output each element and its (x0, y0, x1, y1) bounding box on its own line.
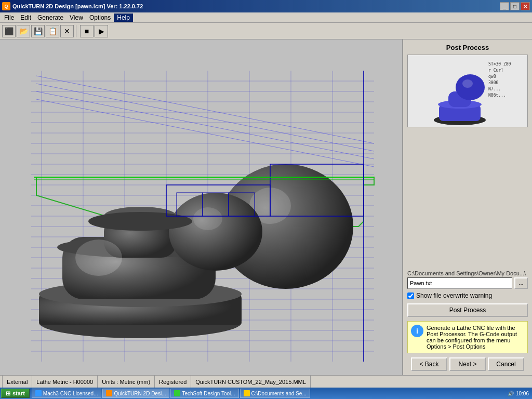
menubar: File Edit Generate View Options Help (0, 12, 532, 23)
window-title: QuickTURN 2D Design [pawn.lcm] Ver: 1.22… (12, 3, 143, 9)
main-area: Post Process ST×30 Z80 r Cur] qw8 3000 N… (0, 39, 532, 375)
checkbox-label: Show file overwrite warning (416, 292, 492, 299)
panel-spacer (407, 131, 528, 270)
titlebar: Q QuickTURN 2D Design [pawn.lcm] Ver: 1.… (0, 0, 532, 12)
overwrite-checkbox[interactable] (407, 292, 414, 299)
svg-text:N86t...: N86t... (488, 93, 506, 98)
post-process-title: Post Process (407, 44, 528, 51)
status-lathe: Lathe Metric - H00000 (32, 376, 98, 388)
toolbar-stop[interactable]: ■ (80, 25, 94, 37)
nav-buttons: < Back Next > Cancel (407, 357, 528, 371)
menu-options[interactable]: Options (86, 14, 114, 22)
docs-label: C:\Documents and Se... (251, 391, 307, 396)
info-text: Generate a Lathe CNC file with the Post … (427, 325, 524, 350)
quickturn-icon (106, 390, 112, 396)
menu-edit[interactable]: Edit (17, 14, 34, 22)
toolbar-delete[interactable]: ✕ (60, 25, 74, 37)
status-units: Units : Metric (mm) (98, 376, 155, 388)
start-label: start (12, 390, 25, 396)
svg-point-67 (456, 74, 485, 100)
tray-volume: 🔊 (508, 391, 514, 396)
taskbar-mach3[interactable]: Mach3 CNC Licensed... (32, 389, 102, 398)
app-icon: Q (2, 2, 10, 10)
svg-text:r Cur]: r Cur] (488, 68, 503, 73)
svg-point-46 (169, 193, 262, 271)
close-button[interactable]: ✕ (521, 2, 530, 10)
techsoft-icon (174, 390, 180, 396)
svg-text:ST×30 Z80: ST×30 Z80 (488, 62, 511, 66)
menu-file[interactable]: File (1, 14, 17, 22)
browse-button[interactable]: ... (514, 277, 528, 289)
toolbar-copy[interactable]: 📋 (46, 25, 59, 37)
checkbox-row: Show file overwrite warning (407, 292, 528, 299)
status-registered: Registered (155, 376, 191, 388)
preview-svg: ST×30 Z80 r Cur] qw8 3000 N7... N86t... (408, 55, 527, 127)
menu-generate[interactable]: Generate (34, 14, 66, 22)
info-icon: i (411, 325, 423, 337)
menu-view[interactable]: View (66, 14, 86, 22)
back-button[interactable]: < Back (411, 357, 447, 371)
taskbar-quickturn[interactable]: QuickTURN 2D Desi... (102, 389, 169, 398)
taskbar-right: 🔊 10:06 (508, 391, 531, 396)
clock: 10:06 (516, 391, 529, 396)
svg-text:N7...: N7... (488, 87, 501, 91)
svg-point-47 (193, 207, 222, 230)
mach3-label: Mach3 CNC Licensed... (43, 391, 98, 396)
taskbar-docs[interactable]: C:\Documents and Se... (240, 389, 310, 398)
svg-point-49 (75, 240, 122, 276)
statusbar: External Lathe Metric - H00000 Units : M… (0, 375, 532, 388)
taskbar: ⊞ start Mach3 CNC Licensed... QuickTURN … (0, 388, 532, 399)
canvas-content (0, 39, 402, 375)
filename-row: ... (407, 277, 528, 289)
info-box: i Generate a Lathe CNC file with the Pos… (407, 321, 528, 353)
toolbar-play[interactable]: ▶ (95, 25, 108, 37)
start-button[interactable]: ⊞ start (1, 389, 30, 398)
svg-text:qw8: qw8 (488, 74, 496, 79)
canvas-area[interactable] (0, 39, 402, 375)
cancel-button[interactable]: Cancel (488, 357, 524, 371)
toolbar-open[interactable]: 📂 (17, 25, 30, 37)
toolbar-new[interactable]: ⬛ (2, 25, 16, 37)
techsoft-label: TechSoft Design Tool... (182, 391, 235, 396)
design-canvas (0, 39, 402, 375)
filename-input[interactable] (407, 277, 512, 289)
next-button[interactable]: Next > (449, 357, 486, 371)
toolbar: ⬛ 📂 💾 📋 ✕ ■ ▶ (0, 23, 532, 39)
svg-point-68 (462, 79, 473, 88)
mach3-icon (35, 390, 42, 396)
windows-icon: ⊞ (6, 390, 10, 397)
minimize-button[interactable]: _ (500, 2, 509, 10)
toolbar-separator (76, 25, 78, 37)
svg-text:3000: 3000 (488, 81, 498, 85)
post-process-button[interactable]: Post Process (407, 303, 528, 317)
preview-box: ST×30 Z80 r Cur] qw8 3000 N7... N86t... (407, 55, 528, 127)
maximize-button[interactable]: □ (510, 2, 520, 10)
quickturn-label: QuickTURN 2D Desi... (114, 391, 166, 396)
right-panel: Post Process ST×30 Z80 r Cur] qw8 3000 N… (402, 39, 532, 375)
toolbar-save[interactable]: 💾 (31, 25, 45, 37)
taskbar-techsoft[interactable]: TechSoft Design Tool... (170, 389, 238, 398)
docs-icon (244, 390, 250, 396)
status-external: External (2, 376, 32, 388)
status-mml: QuickTURN CUSTOM_22_May_2015.MML (191, 376, 311, 388)
menu-help[interactable]: Help (114, 14, 133, 22)
path-label: C:\Documents and Settings\Owner\My Docu.… (407, 270, 528, 276)
